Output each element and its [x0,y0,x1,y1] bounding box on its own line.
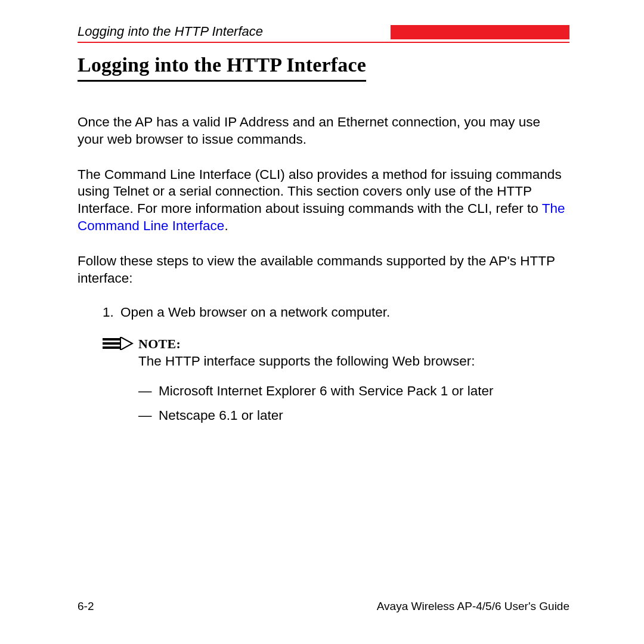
dash-bullet: — [138,407,159,425]
paragraph-3: Follow these steps to view the available… [78,253,569,287]
svg-rect-1 [103,342,120,345]
paragraph-2-tail: . [224,218,228,233]
note-content: NOTE: The HTTP interface supports the fo… [138,336,569,370]
note-label: NOTE: [138,336,569,352]
note-text: The HTTP interface supports the followin… [138,353,569,370]
note-arrow-icon [103,336,138,370]
page-number: 6-2 [78,600,94,613]
note-list-item-2: — Netscape 6.1 or later [138,407,569,425]
page-header: Logging into the HTTP Interface [78,24,569,39]
dash-bullet: — [138,383,159,400]
note-list: — Microsoft Internet Explorer 6 with Ser… [138,383,569,425]
paragraph-2: The Command Line Interface (CLI) also pr… [78,166,569,235]
step-1: 1. Open a Web browser on a network compu… [103,305,569,320]
page-title: Logging into the HTTP Interface [78,54,366,82]
page-footer: 6-2 Avaya Wireless AP-4/5/6 User's Guide [78,600,569,613]
paragraph-1: Once the AP has a valid IP Address and a… [78,114,569,148]
note-list-item-2-text: Netscape 6.1 or later [159,407,283,425]
svg-rect-2 [103,346,120,349]
note-block: NOTE: The HTTP interface supports the fo… [103,336,569,370]
svg-rect-0 [103,338,120,340]
step-1-text: Open a Web browser on a network computer… [120,305,390,320]
running-header-text: Logging into the HTTP Interface [78,24,263,39]
paragraph-2-text: The Command Line Interface (CLI) also pr… [78,167,562,216]
guide-title: Avaya Wireless AP-4/5/6 User's Guide [377,600,569,613]
header-red-bar [391,25,569,39]
svg-marker-3 [120,337,132,350]
note-list-item-1: — Microsoft Internet Explorer 6 with Ser… [138,383,569,400]
header-rule [78,42,569,43]
step-1-number: 1. [103,305,120,320]
note-list-item-1-text: Microsoft Internet Explorer 6 with Servi… [159,383,493,400]
